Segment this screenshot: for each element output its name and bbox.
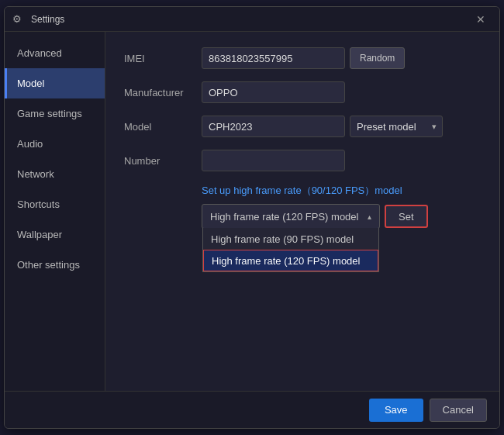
fps-selected-label: High frame rate (120 FPS) model bbox=[210, 211, 358, 223]
manufacturer-label: Manufacturer bbox=[124, 87, 202, 98]
preset-select-wrapper: Preset model bbox=[345, 116, 443, 137]
chevron-up-icon: ▴ bbox=[368, 212, 371, 221]
settings-icon: ⚙ bbox=[12, 13, 25, 26]
sidebar-item-wallpaper[interactable]: Wallpaper bbox=[5, 219, 105, 250]
fps-area: High frame rate (120 FPS) model ▴ High f… bbox=[124, 204, 481, 229]
fps-dropdown[interactable]: High frame rate (120 FPS) model ▴ High f… bbox=[202, 204, 380, 229]
imei-input[interactable] bbox=[202, 47, 345, 69]
settings-window: ⚙ Settings ✕ Advanced Model Game setting… bbox=[4, 6, 500, 429]
random-button[interactable]: Random bbox=[350, 47, 405, 69]
main-content: Advanced Model Game settings Audio Netwo… bbox=[5, 32, 499, 391]
close-button[interactable]: ✕ bbox=[470, 12, 492, 27]
sidebar: Advanced Model Game settings Audio Netwo… bbox=[5, 32, 105, 391]
window-title: Settings bbox=[31, 14, 470, 25]
fps-options-list: High frame rate (90 FPS) model High fram… bbox=[202, 228, 379, 272]
manufacturer-row: Manufacturer bbox=[124, 81, 481, 103]
sidebar-item-model[interactable]: Model bbox=[5, 68, 105, 98]
sidebar-item-game-settings[interactable]: Game settings bbox=[5, 98, 105, 129]
fps-option-90[interactable]: High frame rate (90 FPS) model bbox=[203, 228, 378, 250]
number-label: Number bbox=[124, 155, 202, 167]
fps-selected-display[interactable]: High frame rate (120 FPS) model ▴ bbox=[202, 205, 379, 228]
imei-row: IMEI Random bbox=[124, 47, 481, 69]
save-button[interactable]: Save bbox=[369, 399, 423, 422]
sidebar-item-advanced[interactable]: Advanced bbox=[5, 38, 105, 68]
number-row: Number bbox=[124, 150, 481, 171]
sidebar-item-shortcuts[interactable]: Shortcuts bbox=[5, 189, 105, 219]
number-input[interactable] bbox=[202, 150, 345, 171]
main-panel: IMEI Random Manufacturer Model Preset mo… bbox=[105, 32, 499, 391]
model-label: Model bbox=[124, 121, 202, 133]
set-button[interactable]: Set bbox=[385, 205, 428, 228]
imei-label: IMEI bbox=[124, 53, 202, 64]
fps-dropdown-container: High frame rate (120 FPS) model ▴ High f… bbox=[202, 204, 481, 229]
manufacturer-input[interactable] bbox=[202, 81, 345, 103]
preset-model-select[interactable]: Preset model bbox=[350, 116, 443, 137]
sidebar-item-other-settings[interactable]: Other settings bbox=[5, 250, 105, 280]
model-row: Model Preset model bbox=[124, 116, 481, 137]
title-bar: ⚙ Settings ✕ bbox=[5, 7, 499, 32]
fps-option-120[interactable]: High frame rate (120 FPS) model bbox=[203, 250, 378, 271]
cancel-button[interactable]: Cancel bbox=[430, 399, 487, 422]
sidebar-item-network[interactable]: Network bbox=[5, 159, 105, 189]
model-input[interactable] bbox=[202, 116, 345, 137]
footer: Save Cancel bbox=[5, 391, 499, 428]
high-fps-link[interactable]: Set up high frame rate（90/120 FPS）model bbox=[124, 184, 481, 198]
sidebar-item-audio[interactable]: Audio bbox=[5, 129, 105, 159]
